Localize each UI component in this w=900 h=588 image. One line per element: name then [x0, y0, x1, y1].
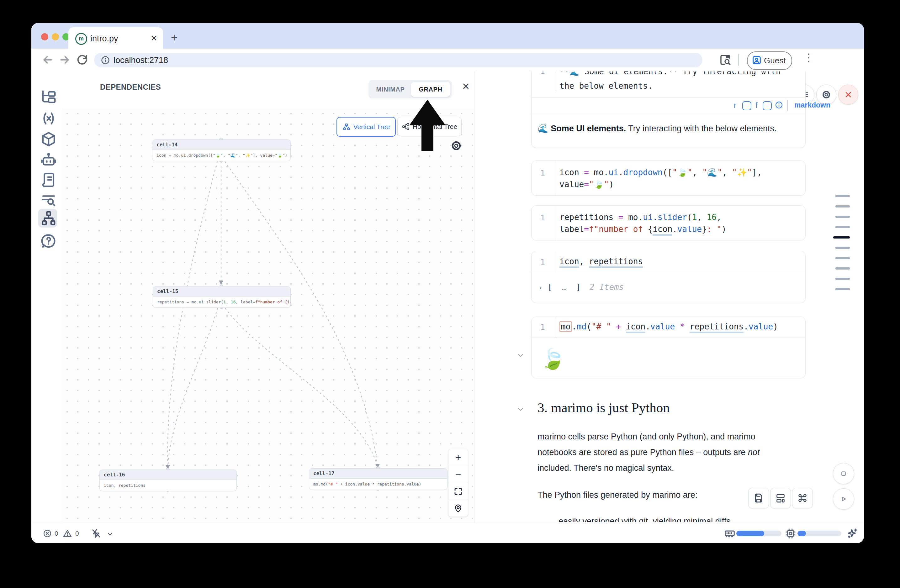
errors-icon[interactable]: [43, 529, 52, 538]
code-line[interactable]: icon = mo.ui.dropdown(["🍃", "🌊", "✨"],: [559, 168, 762, 177]
code-cell-slider[interactable]: 1 repetitions = mo.ui.slider(1, 16, labe…: [531, 205, 805, 240]
cell-info-icon[interactable]: [774, 101, 784, 109]
packages-icon[interactable]: [40, 131, 57, 148]
graph-node-cell-15[interactable]: cell-15 repetitions = mo.ui.slider(1, 16…: [153, 286, 291, 308]
graph-node-cell-17[interactable]: cell-17 mo.md("# " + icon.value * repeti…: [309, 468, 447, 490]
tab-close-icon[interactable]: ✕: [151, 34, 157, 43]
minimap-mark[interactable]: [835, 205, 850, 207]
cell-footer-bar: r f markdown: [532, 98, 805, 114]
code-cell-md-output[interactable]: 1 mo.md("# " + icon.value * repetitions.…: [531, 317, 805, 378]
code-line[interactable]: value="🍃"): [559, 179, 614, 189]
minimap-mark[interactable]: [835, 267, 850, 269]
back-icon[interactable]: [41, 54, 54, 66]
section-paragraph: marimo cells parse Python (and only Pyth…: [537, 429, 784, 476]
minimap-mark[interactable]: [835, 216, 850, 218]
graph-node-cell-14[interactable]: cell-14 icon = mo.ui.dropdown(["🍃", "🌊",…: [152, 139, 291, 161]
help-icon[interactable]: [40, 232, 57, 249]
code-line[interactable]: **🌊 Some UI elements.** Try interacting …: [559, 71, 781, 76]
app-content: DEPENDENCIES MINIMAP GRAPH ✕: [31, 71, 864, 523]
profile-button[interactable]: Guest: [747, 51, 792, 70]
tuple-output[interactable]: › [ … ] 2 Items: [538, 282, 624, 292]
section-collapse-chevron-icon[interactable]: [517, 405, 524, 413]
code-line[interactable]: mo.md("# " + icon.value * repetitions.va…: [559, 322, 778, 331]
dependency-graph-canvas[interactable]: Vertical Tree Horizontal Tree cell-14 ic…: [62, 108, 474, 523]
browser-tabstrip: m intro.py ✕ +: [31, 23, 864, 49]
section-heading: 3. marimo is just Python: [537, 400, 670, 415]
close-window-button[interactable]: [41, 33, 48, 40]
expand-chevron[interactable]: ›: [538, 284, 543, 291]
markdown-output: 🌊 Some UI elements. Try interacting with…: [538, 124, 777, 133]
minimize-window-button[interactable]: [52, 33, 59, 40]
autorun-disabled-icon[interactable]: [91, 528, 102, 539]
logs-icon[interactable]: [40, 192, 57, 209]
marimo-favicon-icon: m: [75, 33, 87, 45]
minimap-mark-active[interactable]: [833, 236, 850, 238]
site-info-icon[interactable]: [100, 55, 110, 65]
dependencies-icon[interactable]: [40, 210, 57, 227]
minimap-mark[interactable]: [835, 257, 850, 259]
minimap-mark[interactable]: [835, 278, 850, 280]
code-line[interactable]: icon, repetitions: [559, 257, 643, 266]
warnings-icon[interactable]: [63, 529, 72, 538]
panel-close-icon[interactable]: ✕: [462, 81, 470, 92]
command-palette-button[interactable]: [792, 488, 813, 508]
section-line: The Python files generated by marimo are…: [537, 487, 697, 503]
markdown-cell[interactable]: 1 **🌊 Some UI elements.** Try interactin…: [531, 71, 805, 148]
line-gutter: 1: [532, 251, 556, 273]
code-cell-dropdown[interactable]: 1 icon = mo.ui.dropdown(["🍃", "🌊", "✨"],…: [531, 161, 805, 196]
browser-menu-icon[interactable]: ⋮: [804, 51, 814, 63]
code-cell-tuple[interactable]: 1 icon, repetitions › [ … ] 2 Items: [531, 251, 805, 303]
reactive-toggle-checkbox[interactable]: [742, 101, 751, 110]
url-text: localhost:2718: [113, 56, 168, 65]
footer-divider: [787, 100, 788, 111]
node-title: cell-15: [153, 286, 290, 297]
line-gutter: 1: [532, 71, 556, 91]
app-sidebar: [31, 71, 62, 523]
toolbar-divider: [738, 54, 739, 66]
toggle-graph[interactable]: GRAPH: [411, 82, 450, 97]
browser-window: m intro.py ✕ + localhost:2718: [31, 23, 864, 543]
line-gutter: 1: [532, 206, 556, 240]
variables-icon[interactable]: [40, 110, 57, 127]
panel-title: DEPENDENCIES: [100, 83, 161, 91]
new-tab-button[interactable]: +: [171, 32, 177, 43]
wave-emoji: 🌊: [538, 124, 548, 133]
interrupt-button[interactable]: [833, 463, 854, 484]
shutdown-close-icon[interactable]: [838, 85, 858, 105]
file-explorer-icon[interactable]: [40, 89, 57, 106]
ai-assistant-icon[interactable]: [40, 152, 57, 168]
layout-toggle-button[interactable]: [770, 488, 791, 508]
code-line[interactable]: repetitions = mo.ui.slider(1, 16,: [559, 212, 722, 222]
desktop: m intro.py ✕ + localhost:2718: [0, 0, 900, 588]
graph-node-cell-16[interactable]: cell-16 icon, repetitions: [99, 469, 237, 491]
format-toggle-checkbox[interactable]: [763, 101, 772, 110]
minimap-mark[interactable]: [835, 226, 850, 228]
runtime-menu-chevron-icon[interactable]: [106, 530, 114, 538]
node-code: repetitions = mo.ui.slider(1, 16, label=…: [153, 297, 290, 308]
save-button[interactable]: [748, 488, 769, 508]
forward-icon[interactable]: [58, 54, 71, 66]
snippets-icon[interactable]: [40, 172, 57, 188]
browser-tab[interactable]: m intro.py ✕: [68, 27, 163, 49]
minimap-mark[interactable]: [835, 288, 850, 290]
output-collapse-chevron-icon[interactable]: [517, 351, 524, 359]
minimap-mark[interactable]: [835, 247, 850, 249]
run-button[interactable]: [833, 488, 854, 510]
divider: [532, 114, 805, 114]
graph-edges: [62, 108, 474, 523]
items-count: 2 Items: [586, 282, 624, 292]
language-label[interactable]: markdown: [794, 101, 830, 109]
profile-label: Guest: [764, 56, 785, 65]
status-bar: 0 0: [31, 523, 864, 543]
cpu-usage-bar: [798, 531, 841, 536]
errors-count: 0: [54, 530, 58, 537]
view-toggle: MINIMAP GRAPH: [368, 80, 452, 98]
tab-search-icon[interactable]: [719, 53, 732, 67]
code-line[interactable]: label=f"number of {icon.value}: "): [559, 224, 726, 234]
address-bar[interactable]: localhost:2718: [94, 53, 703, 67]
code-line[interactable]: the below elements.: [559, 81, 653, 91]
toggle-minimap[interactable]: MINIMAP: [370, 82, 411, 97]
minimap-mark[interactable]: [835, 195, 850, 197]
ai-sparkle-icon[interactable]: [846, 527, 859, 540]
reload-icon[interactable]: [76, 54, 88, 66]
